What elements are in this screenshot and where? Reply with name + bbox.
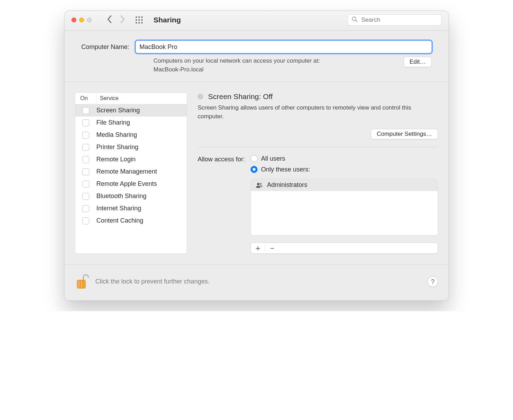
svg-point-9 xyxy=(352,17,356,21)
close-window-button[interactable] xyxy=(71,18,76,22)
service-label: Remote Management xyxy=(96,168,187,175)
service-row[interactable]: Internet Sharing xyxy=(75,202,187,215)
service-row[interactable]: Content Caching xyxy=(75,215,187,227)
svg-point-11 xyxy=(257,183,260,185)
services-header: On Service xyxy=(75,93,187,104)
service-label: Internet Sharing xyxy=(96,205,187,212)
svg-rect-0 xyxy=(136,16,137,18)
unlocked-padlock-icon xyxy=(75,273,90,290)
allowed-users-label: Administrators xyxy=(267,181,307,189)
svg-rect-4 xyxy=(138,19,140,21)
allow-access-label: Allow access for: xyxy=(198,155,245,163)
sharing-section: On Service Screen SharingFile SharingMed… xyxy=(64,82,449,264)
service-status-description: Screen Sharing allows users of other com… xyxy=(198,104,438,121)
svg-rect-2 xyxy=(141,16,143,18)
add-user-button[interactable]: ＋ xyxy=(251,243,265,253)
search-field[interactable] xyxy=(348,14,442,26)
services-list[interactable]: On Service Screen SharingFile SharingMed… xyxy=(75,92,187,253)
users-group-icon xyxy=(256,182,263,188)
service-label: File Sharing xyxy=(96,119,187,126)
svg-rect-13 xyxy=(77,280,86,288)
service-checkbox[interactable] xyxy=(82,217,89,224)
nav-arrows xyxy=(107,15,125,25)
forward-button[interactable] xyxy=(119,15,125,25)
zoom-window-button xyxy=(87,18,92,22)
divider xyxy=(198,147,438,147)
remove-user-button[interactable]: － xyxy=(265,243,279,253)
radio-only-these-users[interactable]: Only these users: xyxy=(251,166,438,173)
service-label: Bluetooth Sharing xyxy=(96,192,187,200)
service-row[interactable]: Screen Sharing xyxy=(75,104,187,117)
window-controls xyxy=(71,18,92,22)
local-network-access-text: Computers on your local network can acce… xyxy=(153,57,397,74)
service-detail: Screen Sharing: Off Screen Sharing allow… xyxy=(198,92,438,253)
radio-all-users[interactable]: All users xyxy=(251,155,438,162)
svg-rect-3 xyxy=(136,19,137,21)
computer-name-label: Computer Name: xyxy=(81,43,129,51)
edit-hostname-button[interactable]: Edit… xyxy=(404,57,432,67)
service-status-title: Screen Sharing: Off xyxy=(208,92,273,101)
service-row[interactable]: Printer Sharing xyxy=(75,141,187,153)
svg-rect-5 xyxy=(141,19,143,21)
svg-point-12 xyxy=(260,183,261,184)
minimize-window-button[interactable] xyxy=(79,18,84,22)
svg-rect-1 xyxy=(138,16,140,18)
radio-icon xyxy=(251,166,258,173)
service-label: Media Sharing xyxy=(96,131,187,139)
status-indicator-icon xyxy=(198,94,203,99)
service-label: Printer Sharing xyxy=(96,144,187,151)
service-checkbox[interactable] xyxy=(82,156,89,163)
service-row[interactable]: File Sharing xyxy=(75,117,187,129)
service-label: Remote Apple Events xyxy=(96,180,187,188)
computer-name-input[interactable] xyxy=(136,41,432,53)
service-label: Screen Sharing xyxy=(96,107,187,114)
service-checkbox[interactable] xyxy=(82,132,89,139)
toolbar: Sharing xyxy=(64,11,449,31)
svg-line-10 xyxy=(356,20,357,22)
add-remove-users: ＋ － xyxy=(251,243,438,254)
pane-title: Sharing xyxy=(153,16,181,24)
computer-settings-button[interactable]: Computer Settings… xyxy=(371,129,438,139)
service-label: Content Caching xyxy=(96,217,187,224)
radio-all-users-label: All users xyxy=(261,155,285,162)
service-checkbox[interactable] xyxy=(82,181,89,188)
allowed-users-list[interactable]: Administrators xyxy=(251,179,438,236)
search-icon xyxy=(351,16,358,24)
services-col-on: On xyxy=(75,93,96,104)
footer: Click the lock to prevent further change… xyxy=(64,265,449,300)
svg-rect-7 xyxy=(138,22,140,23)
service-checkbox[interactable] xyxy=(82,119,89,126)
radio-only-label: Only these users: xyxy=(261,166,310,173)
service-checkbox[interactable] xyxy=(82,205,89,212)
back-button[interactable] xyxy=(107,15,113,25)
service-label: Remote Login xyxy=(96,156,187,163)
service-checkbox[interactable] xyxy=(82,168,89,175)
allowed-users-row[interactable]: Administrators xyxy=(251,179,438,191)
service-checkbox[interactable] xyxy=(82,193,89,200)
svg-rect-8 xyxy=(141,22,143,23)
radio-icon xyxy=(251,155,258,162)
service-row[interactable]: Remote Management xyxy=(75,166,187,178)
services-col-service: Service xyxy=(96,93,187,104)
lock-hint-text: Click the lock to prevent further change… xyxy=(95,278,210,285)
show-all-button[interactable] xyxy=(135,16,143,24)
preferences-window: Sharing Computer Name: Computers on your… xyxy=(64,10,449,301)
service-row[interactable]: Remote Login xyxy=(75,153,187,166)
svg-rect-6 xyxy=(136,22,137,23)
service-checkbox[interactable] xyxy=(82,144,89,151)
lock-button[interactable] xyxy=(75,273,90,290)
help-button[interactable]: ? xyxy=(427,276,438,287)
service-row[interactable]: Bluetooth Sharing xyxy=(75,190,187,202)
service-row[interactable]: Remote Apple Events xyxy=(75,178,187,190)
search-input[interactable] xyxy=(361,16,438,24)
service-row[interactable]: Media Sharing xyxy=(75,129,187,141)
service-checkbox[interactable] xyxy=(82,107,89,114)
computer-name-section: Computer Name: Computers on your local n… xyxy=(64,31,449,82)
